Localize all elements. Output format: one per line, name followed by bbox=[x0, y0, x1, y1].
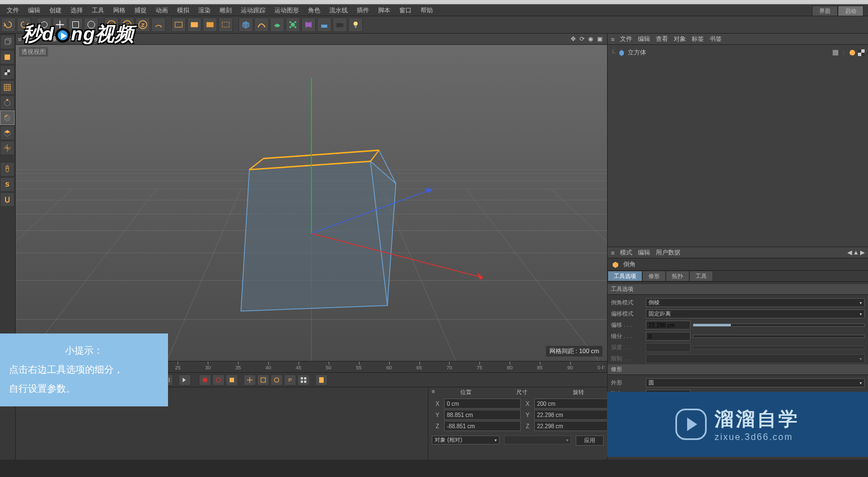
attr-back-icon[interactable]: ◀ bbox=[847, 249, 852, 256]
undo-icon[interactable] bbox=[1, 17, 16, 32]
axis-y-icon[interactable]: Y bbox=[120, 17, 134, 32]
coord-abs-dropdown[interactable] bbox=[504, 436, 572, 444]
menu-file[interactable]: 文件 bbox=[2, 6, 24, 15]
attr-mode[interactable]: 模式 bbox=[620, 248, 632, 257]
snap-icon[interactable]: S bbox=[0, 177, 15, 192]
offset-slider[interactable] bbox=[693, 323, 865, 327]
obj-edit[interactable]: 编辑 bbox=[638, 35, 650, 43]
apply-button[interactable]: 应用 bbox=[576, 436, 604, 446]
menu-script[interactable]: 脚本 bbox=[374, 6, 395, 15]
key-doc-icon[interactable] bbox=[315, 374, 328, 386]
tree-item-cube[interactable]: └ 立方体 : bbox=[610, 47, 866, 58]
attr-edit[interactable]: 编辑 bbox=[638, 248, 650, 257]
key-scale-icon[interactable] bbox=[257, 374, 269, 386]
key-rot-icon[interactable] bbox=[270, 374, 283, 386]
menu-mesh[interactable]: 网格 bbox=[109, 6, 130, 15]
make-editable-icon[interactable] bbox=[0, 35, 15, 49]
object-manager[interactable]: └ 立方体 : bbox=[608, 45, 868, 247]
render-view-icon[interactable] bbox=[171, 17, 186, 32]
key-grid-icon[interactable] bbox=[297, 374, 310, 386]
pos-x-field[interactable] bbox=[444, 399, 521, 409]
tab-tool[interactable]: 工具 bbox=[689, 271, 713, 281]
pos-y-field[interactable] bbox=[444, 410, 521, 420]
rotate-tool-icon[interactable] bbox=[84, 17, 99, 32]
axis-z-icon[interactable]: Z bbox=[136, 17, 150, 32]
menu-plugins[interactable]: 插件 bbox=[352, 6, 374, 15]
floor-icon[interactable] bbox=[317, 17, 332, 32]
vp-nav-move-icon[interactable]: ✥ bbox=[569, 35, 577, 43]
effector-icon[interactable] bbox=[286, 17, 300, 32]
magnet-icon[interactable] bbox=[0, 192, 15, 207]
obj-tags[interactable]: 标签 bbox=[692, 35, 704, 43]
record-icon[interactable] bbox=[199, 374, 211, 386]
vp-options[interactable]: 选项 bbox=[87, 35, 99, 43]
size-z-field[interactable] bbox=[534, 421, 611, 431]
menu-sculpt[interactable]: 雕刻 bbox=[215, 6, 236, 15]
vp-nav-rotate-icon[interactable]: ◉ bbox=[587, 35, 595, 43]
generator-icon[interactable] bbox=[270, 17, 284, 32]
uv-mode-icon[interactable] bbox=[0, 80, 15, 95]
vp-camera[interactable]: 摄像机 bbox=[45, 35, 63, 43]
redo-icon[interactable] bbox=[17, 17, 31, 32]
vp-nav-zoom-icon[interactable]: ⟳ bbox=[578, 35, 586, 43]
menu-window[interactable]: 窗口 bbox=[395, 6, 416, 15]
key-param-icon[interactable]: P bbox=[284, 374, 296, 386]
mouse-mode-icon[interactable] bbox=[0, 162, 15, 177]
render-pv-icon[interactable] bbox=[187, 17, 202, 32]
obj-view[interactable]: 查看 bbox=[656, 35, 668, 43]
tab-topology[interactable]: 拓扑 bbox=[666, 271, 689, 281]
autokey-icon[interactable] bbox=[212, 374, 225, 386]
size-y-field[interactable] bbox=[534, 410, 611, 420]
tab-tool-options[interactable]: 工具选项 bbox=[608, 271, 642, 281]
bevel-mode-dropdown[interactable]: 倒棱 bbox=[646, 298, 865, 307]
coord-system-icon[interactable] bbox=[151, 17, 166, 32]
selection-tool-icon[interactable] bbox=[37, 17, 52, 32]
camera-icon[interactable] bbox=[333, 17, 347, 32]
size-x-field[interactable] bbox=[534, 399, 611, 409]
key-sel-icon[interactable] bbox=[226, 374, 238, 386]
menu-render[interactable]: 渲染 bbox=[194, 6, 215, 15]
menu-tools[interactable]: 工具 bbox=[87, 6, 109, 15]
menu-mograph[interactable]: 运动图形 bbox=[270, 6, 304, 15]
light-icon[interactable] bbox=[348, 17, 363, 32]
spline-icon[interactable] bbox=[254, 17, 269, 32]
subdiv-slider[interactable] bbox=[693, 335, 865, 338]
tab-shape[interactable]: 修形 bbox=[642, 271, 666, 281]
obj-file[interactable]: 文件 bbox=[620, 35, 632, 43]
viewport-perspective[interactable]: 透视视图 网格间距 : 100 cm bbox=[16, 45, 607, 361]
pos-z-field[interactable] bbox=[444, 421, 521, 431]
offset-field[interactable] bbox=[646, 321, 690, 330]
texture-mode-icon[interactable] bbox=[0, 65, 15, 80]
menu-mtrack[interactable]: 运动跟踪 bbox=[236, 6, 270, 15]
offset-mode-dropdown[interactable]: 固定距离 bbox=[646, 309, 865, 318]
shape-dropdown[interactable]: 圆 bbox=[646, 378, 865, 387]
menu-character[interactable]: 角色 bbox=[304, 6, 325, 15]
deformer-icon[interactable] bbox=[301, 17, 316, 32]
attr-up-icon[interactable]: ▶ bbox=[860, 249, 865, 256]
goto-end-icon[interactable] bbox=[179, 374, 191, 386]
menu-simulate[interactable]: 模拟 bbox=[172, 6, 194, 15]
vp-nav-max-icon[interactable]: ▣ bbox=[596, 35, 604, 43]
menu-pipeline[interactable]: 流水线 bbox=[325, 6, 352, 15]
vp-filter[interactable]: 过滤 bbox=[105, 35, 117, 43]
attr-userdata[interactable]: 用户数据 bbox=[656, 248, 680, 257]
menu-snap[interactable]: 捕捉 bbox=[130, 6, 151, 15]
tree-label[interactable]: 立方体 bbox=[628, 48, 646, 57]
render-settings-icon[interactable] bbox=[203, 17, 217, 32]
attr-fwd-icon[interactable]: ▲ bbox=[853, 249, 859, 256]
obj-bookmarks[interactable]: 书签 bbox=[710, 35, 722, 43]
key-pos-icon[interactable] bbox=[244, 374, 256, 386]
menu-animate[interactable]: 动画 bbox=[151, 6, 172, 15]
vp-display[interactable]: 显示 bbox=[69, 35, 81, 43]
point-mode-icon[interactable] bbox=[0, 95, 15, 110]
polygon-mode-icon[interactable] bbox=[0, 126, 15, 140]
obj-objects[interactable]: 对象 bbox=[674, 35, 686, 43]
checker-tag-icon[interactable] bbox=[858, 49, 865, 56]
axis-mode-icon[interactable] bbox=[0, 141, 15, 155]
layout-tab-interface[interactable]: 界面 bbox=[812, 6, 838, 17]
coord-mode-dropdown[interactable]: 对象 (相对) bbox=[432, 436, 500, 444]
render-region-icon[interactable] bbox=[218, 17, 233, 32]
cube-primitive-icon[interactable] bbox=[239, 17, 253, 32]
menu-edit[interactable]: 编辑 bbox=[24, 6, 45, 15]
subdiv-field[interactable] bbox=[646, 332, 690, 341]
